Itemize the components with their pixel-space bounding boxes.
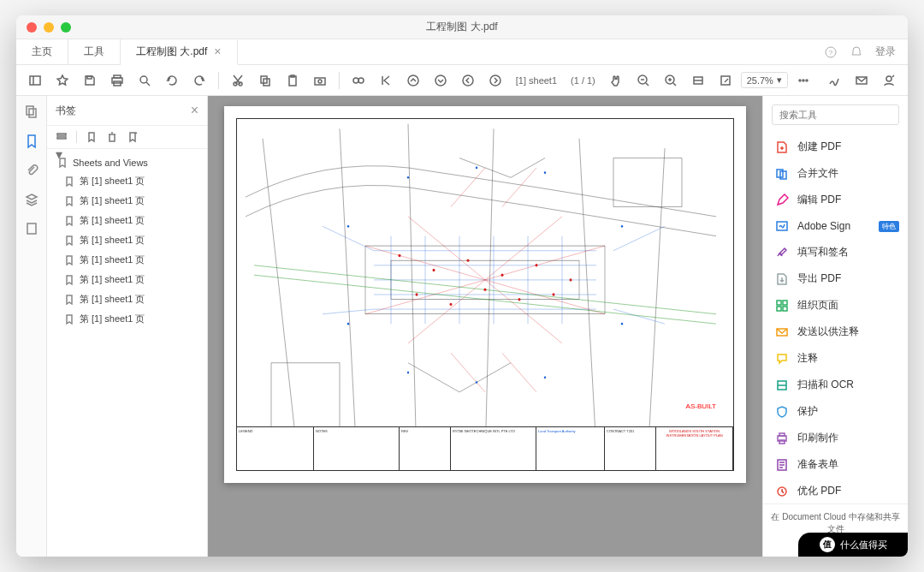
tool-准备表单[interactable]: 准备表单 (767, 451, 904, 478)
tool-发送以供注释[interactable]: 发送以供注释 (767, 319, 904, 345)
bookmark-delete-icon[interactable] (106, 131, 118, 143)
bookmark-root[interactable]: Sheets and Views (47, 154, 207, 171)
bookmark-item-3[interactable]: 第 [1] sheet1 页 (47, 230, 207, 250)
page-up-icon[interactable] (401, 69, 425, 92)
share-person-icon[interactable] (877, 69, 901, 92)
search-icon[interactable] (133, 69, 157, 92)
sidebar-title: 书签 (56, 104, 76, 118)
svg-point-47 (518, 298, 521, 301)
zoom-select[interactable]: 25.7%▾ (741, 72, 788, 88)
zoom-in-icon[interactable] (659, 69, 683, 92)
tool-填写和签名[interactable]: 填写和签名 (767, 239, 904, 265)
svg-point-19 (435, 75, 446, 86)
search-tools-input[interactable] (772, 104, 899, 125)
more-icon[interactable] (791, 69, 815, 92)
bookmark-item-2[interactable]: 第 [1] sheet1 页 (47, 211, 207, 230)
tool-编辑 PDF[interactable]: 编辑 PDF (767, 187, 904, 213)
svg-point-39 (433, 269, 435, 271)
top-right-controls: ? 登录 (824, 45, 908, 59)
svg-rect-31 (27, 106, 33, 115)
star-icon[interactable] (50, 69, 74, 92)
fit-width-icon[interactable] (686, 69, 710, 92)
bookmark-options-icon[interactable]: ▾ (56, 131, 68, 143)
tool-创建 PDF[interactable]: 创建 PDF (767, 134, 904, 160)
svg-point-45 (450, 303, 453, 306)
svg-rect-65 (783, 307, 787, 311)
watermark-text: 什么值得买 (840, 539, 887, 551)
svg-rect-14 (315, 78, 325, 85)
login-button[interactable]: 登录 (875, 45, 896, 59)
svg-point-26 (799, 80, 801, 81)
svg-rect-64 (777, 307, 781, 311)
tool-icon (775, 140, 789, 154)
undo-icon[interactable] (160, 69, 184, 92)
close-tab-icon[interactable]: × (214, 45, 221, 58)
app-window: 工程制图 大.pdf 主页 工具 工程制图 大.pdf × ? 登录 (16, 15, 908, 557)
camera-icon[interactable] (308, 69, 332, 92)
sign-icon[interactable] (822, 69, 846, 92)
prev-view-icon[interactable] (456, 69, 480, 92)
layers-icon[interactable] (24, 192, 39, 207)
print-icon[interactable] (105, 69, 129, 92)
zoom-out-icon[interactable] (631, 69, 655, 92)
tool-label: 组织页面 (797, 298, 838, 313)
svg-point-58 (544, 376, 546, 378)
bookmark-item-0[interactable]: 第 [1] sheet1 页 (47, 171, 207, 191)
tool-导出 PDF[interactable]: 导出 PDF (767, 265, 904, 292)
tab-home[interactable]: 主页 (16, 39, 68, 64)
thumbnails-icon[interactable] (24, 104, 39, 120)
svg-point-17 (358, 78, 364, 83)
hand-tool-icon[interactable] (604, 69, 628, 92)
svg-point-18 (408, 75, 418, 86)
bookmark-item-icon (64, 216, 74, 226)
sidepanel-toggle-icon[interactable] (23, 69, 47, 92)
first-page-icon[interactable] (374, 69, 398, 92)
tool-label: 优化 PDF (797, 484, 841, 498)
as-built-stamp: AS-BUILT (686, 402, 716, 410)
tool-Adobe Sign[interactable]: Adobe Sign 特色 (767, 213, 904, 239)
document-viewer[interactable]: AS-BUILT LEGEND NOTES REV RYOBI GEOTECHN… (208, 96, 762, 557)
tool-优化 PDF[interactable]: 优化 PDF (767, 478, 904, 503)
cut-icon[interactable] (226, 69, 250, 92)
tool-合并文件[interactable]: 合并文件 (767, 160, 904, 187)
next-view-icon[interactable] (483, 69, 507, 92)
redo-icon[interactable] (187, 69, 211, 92)
tool-组织页面[interactable]: 组织页面 (767, 292, 904, 319)
select-tool-icon[interactable] (714, 69, 737, 92)
tool-保护[interactable]: 保护 (767, 398, 904, 425)
tool-label: 编辑 PDF (797, 193, 841, 207)
save-icon[interactable] (78, 69, 102, 92)
bookmark-item-7[interactable]: 第 [1] sheet1 页 (47, 309, 207, 329)
mail-icon[interactable] (850, 69, 874, 92)
svg-point-38 (399, 254, 401, 257)
close-sidebar-icon[interactable]: × (191, 103, 198, 118)
company-cell: RYOBI GEOTECHNIQUE INTL PTE LTD (451, 427, 536, 470)
tool-印刷制作[interactable]: 印刷制作 (767, 425, 904, 451)
attachments-icon[interactable] (24, 163, 39, 178)
tool-注释[interactable]: 注释 (767, 345, 904, 372)
tool-icon (775, 432, 789, 445)
bookmark-add-icon[interactable] (127, 131, 139, 143)
bookmark-item-4[interactable]: 第 [1] sheet1 页 (47, 250, 207, 270)
bookmark-find-icon[interactable] (86, 131, 98, 143)
tool-扫描和 OCR[interactable]: 扫描和 OCR (767, 372, 904, 398)
bookmark-item-5[interactable]: 第 [1] sheet1 页 (47, 270, 207, 289)
tab-document[interactable]: 工程制图 大.pdf × (121, 40, 238, 65)
tool-icon (775, 219, 789, 233)
help-icon[interactable]: ? (824, 45, 838, 59)
bookmark-item-6[interactable]: 第 [1] sheet1 页 (47, 289, 207, 309)
watermark-badge[interactable]: 值 什么值得买 (798, 533, 908, 557)
svg-rect-35 (57, 137, 66, 139)
clipboard-icon[interactable] (281, 69, 305, 92)
bell-icon[interactable] (850, 45, 863, 59)
tab-document-label: 工程制图 大.pdf (136, 45, 207, 59)
page-icon[interactable] (24, 221, 39, 236)
bookmark-item-1[interactable]: 第 [1] sheet1 页 (47, 191, 207, 211)
tool-icon (775, 458, 789, 472)
bookmarks-icon[interactable] (24, 134, 39, 149)
find-icon[interactable] (346, 69, 370, 92)
copy-icon[interactable] (253, 69, 277, 92)
svg-point-53 (407, 176, 409, 179)
page-down-icon[interactable] (429, 69, 453, 92)
tab-tools[interactable]: 工具 (68, 39, 121, 64)
